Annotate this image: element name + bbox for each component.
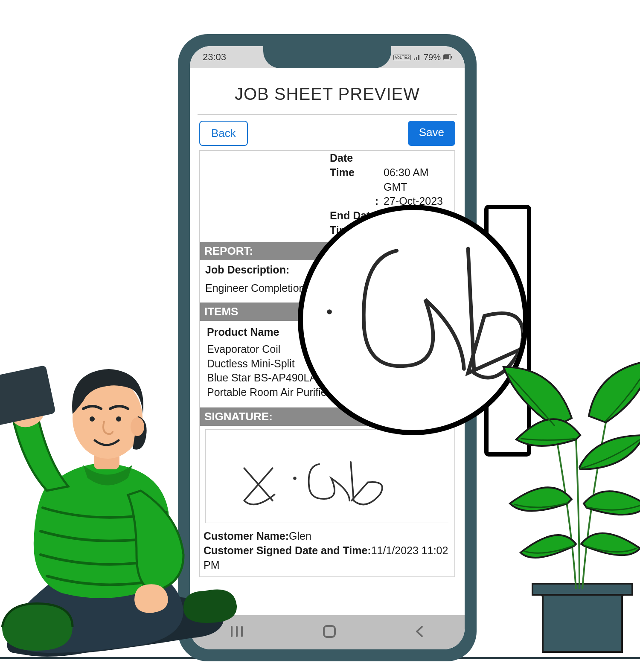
customer-name-value: Glen [289, 530, 311, 542]
time-label: Time [330, 166, 381, 195]
svg-point-5 [327, 309, 332, 314]
divider [198, 114, 457, 115]
carrier-badge: VoLTE2 [393, 55, 411, 60]
end-date-colon: : [330, 194, 381, 209]
home-button[interactable] [322, 624, 337, 640]
svg-rect-2 [444, 55, 449, 59]
svg-point-12 [116, 416, 121, 422]
back-nav-button[interactable] [413, 625, 426, 640]
signature-drawing [206, 430, 449, 519]
page-title: JOB SHEET PREVIEW [190, 68, 465, 114]
phone-notch [263, 46, 391, 68]
date-label: Date [330, 151, 381, 166]
battery-percent: 79% [424, 52, 441, 62]
signal-icon-2 [413, 54, 421, 61]
svg-point-10 [131, 417, 144, 436]
person-illustration [0, 354, 239, 661]
svg-point-11 [90, 416, 95, 422]
save-button[interactable]: Save [408, 121, 455, 146]
battery-icon [443, 54, 452, 60]
back-button[interactable]: Back [199, 121, 248, 146]
svg-point-3 [293, 477, 297, 480]
svg-rect-7 [0, 365, 56, 427]
plant-illustration [491, 350, 640, 657]
button-row: Back Save [190, 121, 465, 150]
svg-rect-4 [324, 626, 335, 637]
svg-rect-1 [451, 56, 452, 58]
signature-box[interactable] [205, 429, 449, 523]
status-time: 23:03 [203, 52, 226, 63]
magnified-signature [303, 210, 523, 430]
time-value: 06:30 AM GMT [384, 166, 449, 195]
